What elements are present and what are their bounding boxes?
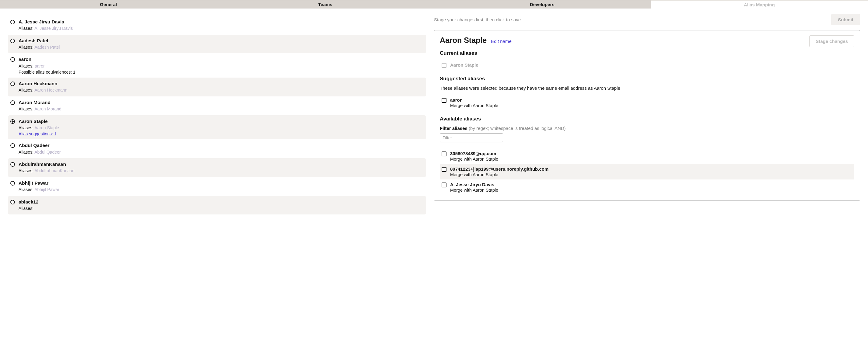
- developer-radio[interactable]: [10, 200, 15, 204]
- tabs-bar: General Teams Developers Alias Mapping: [0, 0, 868, 8]
- tab-alias-mapping[interactable]: Alias Mapping: [651, 0, 868, 8]
- developer-name: Abdul Qadeer: [19, 143, 424, 149]
- detail-header: Aaron Staple Edit name Stage changes: [440, 35, 854, 47]
- developer-aliases-value: Abdul Qadeer: [34, 150, 61, 155]
- alias-checkbox[interactable]: [442, 167, 446, 172]
- available-aliases-list: 3058078489@qq.comMerge with Aaron Staple…: [440, 149, 854, 195]
- detail-panel: Aaron Staple Edit name Stage changes Cur…: [434, 30, 860, 201]
- submit-button[interactable]: Submit: [831, 14, 860, 25]
- suggested-aliases-list: aaronMerge with Aaron Staple: [440, 95, 854, 110]
- alias-name: 80741223+jlap199@users.noreply.github.co…: [450, 166, 549, 171]
- developer-body: Abhijit PawarAliases: Abhijit Pawar: [19, 180, 424, 193]
- developer-name: ablack12: [19, 199, 424, 205]
- current-alias-row: Aaron Staple: [440, 60, 854, 70]
- developer-aliases-value: Aaron Staple: [34, 125, 59, 130]
- current-aliases-list: Aaron Staple: [440, 60, 854, 70]
- developer-body: AbdulrahmanKanaanAliases: AbdulrahmanKan…: [19, 161, 424, 174]
- developer-item[interactable]: Aaron MorandAliases: Aaron Morand: [8, 96, 426, 115]
- current-aliases-heading: Current aliases: [440, 50, 854, 56]
- developer-body: ablack12Aliases:: [19, 199, 424, 212]
- alias-checkbox: [442, 63, 446, 68]
- developer-item[interactable]: ablack12Aliases:: [8, 196, 426, 215]
- developer-aliases-value: Abhijit Pawar: [34, 187, 59, 192]
- developer-radio[interactable]: [10, 57, 15, 62]
- stage-changes-button[interactable]: Stage changes: [809, 35, 854, 47]
- developer-name: Aaron Morand: [19, 99, 424, 105]
- main-content: A. Jesse Jiryu DavisAliases: A. Jesse Ji…: [0, 8, 868, 348]
- suggested-alias-row: aaronMerge with Aaron Staple: [440, 95, 854, 110]
- available-aliases-heading: Available aliases: [440, 116, 854, 122]
- developer-aliases-line: Aliases: Abhijit Pawar: [19, 187, 424, 193]
- developer-radio[interactable]: [10, 143, 15, 148]
- developer-name: AbdulrahmanKanaan: [19, 161, 424, 167]
- alias-checkbox[interactable]: [442, 152, 446, 156]
- developer-item[interactable]: Aaron StapleAliases: Aaron StapleAlias s…: [8, 115, 426, 139]
- tab-teams[interactable]: Teams: [217, 0, 434, 8]
- alias-name: aaron: [450, 97, 498, 102]
- alias-merge-text: Merge with Aaron Staple: [450, 157, 498, 161]
- developer-name: A. Jesse Jiryu Davis: [19, 19, 424, 25]
- stage-bar: Stage your changes first, then click to …: [434, 14, 860, 25]
- developer-aliases-line: Aliases: Aaron Staple: [19, 125, 424, 131]
- developer-radio[interactable]: [10, 20, 15, 24]
- alias-name: A. Jesse Jiryu Davis: [450, 182, 498, 187]
- stage-hint-text: Stage your changes first, then click to …: [434, 17, 522, 22]
- developer-radio[interactable]: [10, 162, 15, 167]
- tab-developers[interactable]: Developers: [434, 0, 651, 8]
- developer-name: Aaron Staple: [19, 118, 424, 124]
- developer-item[interactable]: Aaron HeckmannAliases: Aaron Heckmann: [8, 77, 426, 96]
- developer-aliases-line: Aliases: AbdulrahmanKanaan: [19, 168, 424, 174]
- alias-merge-text: Merge with Aaron Staple: [450, 103, 498, 108]
- edit-name-link[interactable]: Edit name: [491, 39, 512, 44]
- developer-list-panel: A. Jesse Jiryu DavisAliases: A. Jesse Ji…: [0, 8, 434, 348]
- alias-checkbox[interactable]: [442, 183, 446, 187]
- developer-aliases-line: Aliases: aaron: [19, 63, 424, 69]
- alias-suggestions-link[interactable]: Alias suggestions: 1: [19, 131, 424, 136]
- filter-aliases-input[interactable]: [440, 133, 503, 143]
- available-alias-row: 80741223+jlap199@users.noreply.github.co…: [440, 164, 854, 180]
- available-alias-row: A. Jesse Jiryu DavisMerge with Aaron Sta…: [440, 180, 854, 195]
- developer-body: Aadesh PatelAliases: Aadesh Patel: [19, 38, 424, 51]
- developer-item[interactable]: aaronAliases: aaronPossible alias equiva…: [8, 53, 426, 77]
- developer-radio[interactable]: [10, 181, 15, 186]
- developer-aliases-line: Aliases: Aaron Heckmann: [19, 87, 424, 93]
- developer-radio[interactable]: [10, 100, 15, 105]
- alias-name: Aaron Staple: [450, 62, 478, 67]
- developer-aliases-value: AbdulrahmanKanaan: [34, 168, 74, 173]
- developer-radio[interactable]: [10, 119, 15, 124]
- developer-item[interactable]: Abdul QadeerAliases: Abdul Qadeer: [8, 139, 426, 158]
- developer-body: Aaron StapleAliases: Aaron StapleAlias s…: [19, 118, 424, 136]
- detail-title: Aaron Staple: [440, 36, 487, 45]
- developer-aliases-line: Aliases:: [19, 205, 424, 212]
- developer-body: Abdul QadeerAliases: Abdul Qadeer: [19, 143, 424, 155]
- developer-aliases-value: aaron: [35, 64, 45, 68]
- alias-checkbox[interactable]: [442, 98, 446, 103]
- developer-item[interactable]: Abhijit PawarAliases: Abhijit Pawar: [8, 177, 426, 196]
- alias-merge-text: Merge with Aaron Staple: [450, 188, 498, 193]
- developer-radio[interactable]: [10, 82, 15, 86]
- developer-name: Aadesh Patel: [19, 38, 424, 44]
- available-alias-row: 3058078489@qq.comMerge with Aaron Staple: [440, 149, 854, 164]
- developer-body: Aaron MorandAliases: Aaron Morand: [19, 99, 424, 112]
- developer-item[interactable]: AbdulrahmanKanaanAliases: AbdulrahmanKan…: [8, 158, 426, 177]
- developer-body: A. Jesse Jiryu DavisAliases: A. Jesse Ji…: [19, 19, 424, 32]
- filter-aliases-label: Filter aliases (by regex; whitespace is …: [440, 126, 854, 131]
- possible-alias-equivalences: Possible alias equivalences: 1: [19, 70, 424, 74]
- alias-merge-text: Merge with Aaron Staple: [450, 172, 549, 177]
- developer-aliases-value: Aaron Heckmann: [34, 88, 67, 93]
- developer-body: Aaron HeckmannAliases: Aaron Heckmann: [19, 81, 424, 93]
- developer-aliases-value: A. Jesse Jiryu Davis: [34, 26, 73, 31]
- developer-body: aaronAliases: aaronPossible alias equiva…: [19, 56, 424, 74]
- alias-name: 3058078489@qq.com: [450, 151, 498, 156]
- developer-aliases-line: Aliases: Abdul Qadeer: [19, 149, 424, 155]
- developer-name: Aaron Heckmann: [19, 81, 424, 87]
- developer-aliases-value: Aadesh Patel: [34, 45, 60, 50]
- developer-radio[interactable]: [10, 39, 15, 43]
- tab-general[interactable]: General: [0, 0, 217, 8]
- developer-name: aaron: [19, 56, 424, 62]
- developer-item[interactable]: Aadesh PatelAliases: Aadesh Patel: [8, 35, 426, 54]
- suggested-aliases-subtext: These aliases were selected because they…: [440, 86, 854, 91]
- suggested-aliases-heading: Suggested aliases: [440, 76, 854, 82]
- developer-item[interactable]: A. Jesse Jiryu DavisAliases: A. Jesse Ji…: [8, 16, 426, 35]
- developer-aliases-line: Aliases: Aaron Morand: [19, 106, 424, 112]
